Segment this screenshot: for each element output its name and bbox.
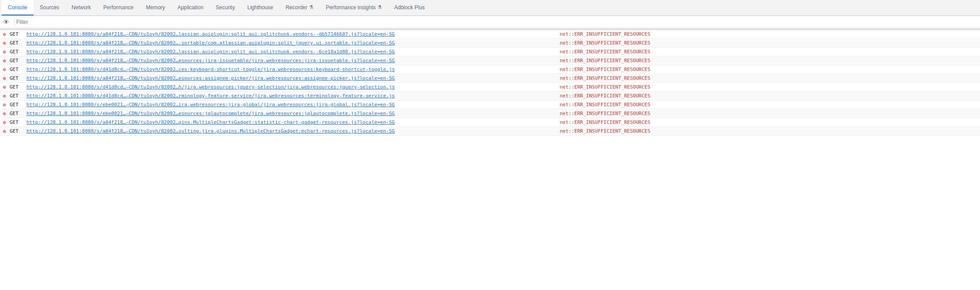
row-method: GET <box>9 31 26 37</box>
row-url[interactable]: http://128.1.8.101:8080/s/d41d8cd…–CDN/t… <box>26 84 556 90</box>
row-url[interactable]: http://128.1.8.101:8080/s/a84f218…–CDN/t… <box>26 31 556 37</box>
table-row: ⊗GEThttp://128.1.8.101:8080/s/d41d8cd…–C… <box>0 83 980 92</box>
error-icon: ⊗ <box>0 84 9 90</box>
recorder-icon: ⚗ <box>309 4 313 10</box>
table-row: ⊗GEThttp://128.1.8.101:8080/s/a84f218…–C… <box>0 74 980 83</box>
row-method: GET <box>9 102 26 108</box>
table-row: ⊗GEThttp://128.1.8.101:8080/s/d41d8cd…–C… <box>0 65 980 74</box>
row-url[interactable]: http://128.1.8.101:8080/s/d41d8cd…–CDN/t… <box>26 67 556 72</box>
row-url[interactable]: http://128.1.8.101:8080/s/a84f218…–CDN/t… <box>26 75 556 81</box>
table-row: ⊗GEThttp://128.1.8.101:8080/s/d41d8cd…–C… <box>0 92 980 100</box>
row-status: net::ERR_INSUFFICIENT_RESOURCES <box>556 49 680 55</box>
row-method: GET <box>9 128 26 134</box>
filter-input[interactable] <box>16 19 978 25</box>
row-method: GET <box>9 75 26 81</box>
row-status: net::ERR_INSUFFICIENT_RESOURCES <box>556 111 680 116</box>
error-icon: ⊗ <box>0 128 9 134</box>
tab-network[interactable]: Network <box>65 0 97 15</box>
row-url[interactable]: http://128.1.8.101:8080/s/a84f218…–CDN/t… <box>26 49 556 55</box>
row-status: net::ERR_INSUFFICIENT_RESOURCES <box>556 31 680 37</box>
tab-console[interactable]: Console <box>2 0 34 15</box>
tab-application[interactable]: Application <box>171 0 210 15</box>
row-url[interactable]: http://128.1.8.101:8080/s/ebe0021…–CDN/t… <box>26 111 556 116</box>
table-row: ⊗GEThttp://128.1.8.101:8080/s/ebe0021…–C… <box>0 109 980 118</box>
table-row: ⊗GEThttp://128.1.8.101:8080/s/a84f218…–C… <box>0 39 980 48</box>
tab-bar: ConsoleSourcesNetworkPerformanceMemoryAp… <box>0 0 980 16</box>
row-url[interactable]: http://128.1.8.101:8080/s/a84f218…–CDN/t… <box>26 58 556 63</box>
row-method: GET <box>9 40 26 46</box>
error-icon: ⊗ <box>0 67 9 73</box>
filter-bar: 👁 <box>0 16 980 28</box>
eye-icon[interactable]: 👁 <box>2 18 11 26</box>
row-url[interactable]: http://128.1.8.101:8080/s/d41d8cd…–CDN/t… <box>26 93 556 99</box>
network-list: ⊗GEThttp://128.1.8.101:8080/s/a84f218…–C… <box>0 30 980 136</box>
error-icon: ⊗ <box>0 31 9 37</box>
row-status: net::ERR_INSUFFICIENT_RESOURCES <box>556 75 680 81</box>
tab-sources[interactable]: Sources <box>34 0 65 15</box>
tab-adblock-plus[interactable]: Adblock Plus <box>388 0 431 15</box>
row-status: net::ERR_INSUFFICIENT_RESOURCES <box>556 67 680 72</box>
table-row: ⊗GEThttp://128.1.8.101:8080/s/a84f218…–C… <box>0 118 980 127</box>
row-method: GET <box>9 93 26 99</box>
table-row: ⊗GEThttp://128.1.8.101:8080/s/a84f218…–C… <box>0 48 980 56</box>
row-status: net::ERR_INSUFFICIENT_RESOURCES <box>556 84 680 90</box>
row-status: net::ERR_INSUFFICIENT_RESOURCES <box>556 93 680 99</box>
table-row: ⊗GEThttp://128.1.8.101:8080/s/ebe0021…–C… <box>0 100 980 109</box>
table-row: ⊗GEThttp://128.1.8.101:8080/s/a84f218…–C… <box>0 56 980 65</box>
row-status: net::ERR_INSUFFICIENT_RESOURCES <box>556 40 680 46</box>
row-method: GET <box>9 58 26 63</box>
table-row: ⊗GEThttp://128.1.8.101:8080/s/a84f218…–C… <box>0 30 980 39</box>
error-icon: ⊗ <box>0 111 9 117</box>
row-status: net::ERR_INSUFFICIENT_RESOURCES <box>556 128 680 134</box>
error-icon: ⊗ <box>0 102 9 108</box>
tab-performance-insights[interactable]: Performance insights⚗ <box>320 0 388 15</box>
row-url[interactable]: http://128.1.8.101:8080/s/a84f218…–CDN/t… <box>26 128 556 134</box>
tab-security[interactable]: Security <box>210 0 241 15</box>
row-url[interactable]: http://128.1.8.101:8080/s/a84f218…–CDN/t… <box>26 40 556 46</box>
row-status: net::ERR_INSUFFICIENT_RESOURCES <box>556 102 680 108</box>
row-status: net::ERR_INSUFFICIENT_RESOURCES <box>556 119 680 125</box>
error-icon: ⊗ <box>0 75 9 82</box>
tab-lighthouse[interactable]: Lighthouse <box>241 0 279 15</box>
filter-separator <box>14 18 15 26</box>
row-method: GET <box>9 119 26 125</box>
row-method: GET <box>9 111 26 116</box>
error-icon: ⊗ <box>0 40 9 46</box>
error-icon: ⊗ <box>0 49 9 55</box>
row-url[interactable]: http://128.1.8.101:8080/s/ebe0021…–CDN/t… <box>26 102 556 108</box>
row-method: GET <box>9 84 26 90</box>
performance-insights-icon: ⚗ <box>377 4 382 10</box>
error-icon: ⊗ <box>0 119 9 126</box>
row-status: net::ERR_INSUFFICIENT_RESOURCES <box>556 58 680 63</box>
table-row: ⊗GEThttp://128.1.8.101:8080/s/a84f218…–C… <box>0 127 980 136</box>
row-method: GET <box>9 49 26 55</box>
error-icon: ⊗ <box>0 93 9 99</box>
error-icon: ⊗ <box>0 58 9 64</box>
row-method: GET <box>9 67 26 72</box>
tab-memory[interactable]: Memory <box>140 0 171 15</box>
tab-recorder[interactable]: Recorder⚗ <box>279 0 320 15</box>
tab-performance[interactable]: Performance <box>97 0 140 15</box>
row-url[interactable]: http://128.1.8.101:8080/s/a84f218…–CDN/t… <box>26 119 556 125</box>
